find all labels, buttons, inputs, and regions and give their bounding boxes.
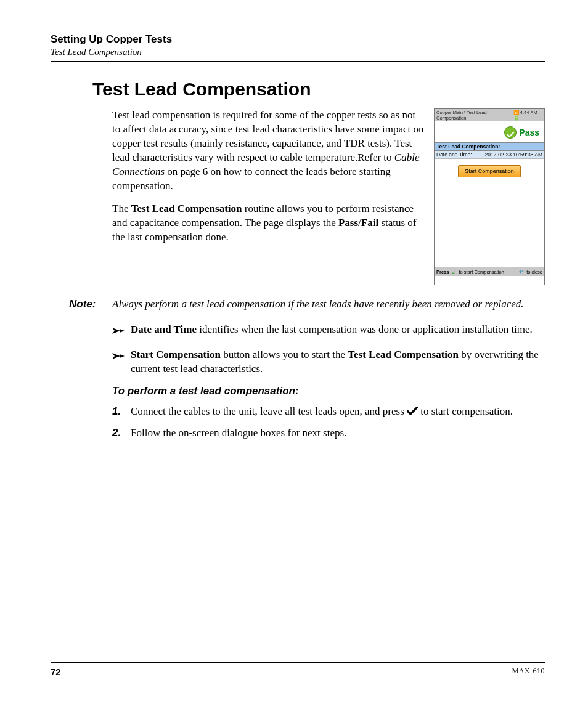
- intro-text: Test lead compensation is required for s…: [112, 108, 425, 253]
- note-text: Always perform a test lead compensation …: [112, 298, 545, 312]
- device-row-label: Date and Time:: [436, 152, 472, 158]
- svg-marker-3: [120, 354, 125, 358]
- bullet0-bold: Date and Time: [131, 323, 197, 335]
- bullet1-bold: Start Compensation: [131, 349, 221, 360]
- step-2: 2. Follow the on-screen dialogue boxes f…: [112, 426, 545, 440]
- device-footer-close: to close: [526, 269, 542, 275]
- device-breadcrumb: Copper Main \ Test Lead Compensation: [436, 110, 513, 121]
- device-row-value: 2012-02-23 10:59:38 AM: [484, 152, 542, 158]
- bullet-arrow-icon: [112, 323, 131, 339]
- step-2-num: 2.: [112, 426, 131, 440]
- back-icon: ↩: [519, 269, 524, 275]
- device-section-header: Test Lead Compensation:: [435, 142, 544, 151]
- checkmark-icon: [407, 405, 418, 417]
- start-compensation-button[interactable]: Start Compensation: [458, 165, 521, 177]
- check-icon: [451, 269, 456, 274]
- device-footer-start: to start Compensation: [459, 269, 504, 275]
- bullet-date-time: Date and Time identifies when the last c…: [112, 323, 545, 339]
- footer-rule: [51, 662, 545, 663]
- device-titlebar: Copper Main \ Test Lead Compensation 📶 4…: [435, 109, 544, 121]
- device-datetime-row: Date and Time: 2012-02-23 10:59:38 AM: [435, 151, 544, 159]
- chapter-title: Setting Up Copper Tests: [51, 33, 545, 46]
- svg-marker-0: [112, 328, 120, 334]
- pass-icon: [504, 126, 517, 139]
- device-body: Start Compensation: [435, 159, 544, 267]
- intro-p2-bold3: Fail: [361, 217, 378, 229]
- note-label: Note:: [69, 298, 112, 312]
- procedure-heading: To perform a test lead compensation:: [112, 385, 545, 397]
- intro-p2-bold2: Pass: [338, 217, 358, 229]
- step-1-num: 1.: [112, 405, 131, 419]
- svg-marker-2: [112, 353, 120, 359]
- step-1-b: to start compensation.: [418, 405, 513, 417]
- model-id: MAX-610: [512, 667, 545, 677]
- bullet1-mid: button allows you to start the: [221, 349, 348, 360]
- bullet-start-compensation: Start Compensation button allows you to …: [112, 348, 545, 376]
- step-1: 1. Connect the cables to the unit, leave…: [112, 405, 545, 419]
- page-number: 72: [51, 667, 61, 677]
- intro-p1-a: Test lead compensation is required for s…: [112, 109, 424, 163]
- step-1-a: Connect the cables to the unit, leave al…: [131, 405, 407, 417]
- svg-marker-1: [120, 329, 125, 333]
- device-screenshot: Copper Main \ Test Lead Compensation 📶 4…: [434, 108, 545, 285]
- intro-p2-bold1: Test Lead Compensation: [131, 203, 242, 214]
- page-heading: Test Lead Compensation: [92, 79, 545, 100]
- intro-p2-a: The: [112, 203, 131, 214]
- bullet0-rest: identifies when the last compensation wa…: [197, 323, 533, 335]
- section-subtitle: Test Lead Compensation: [51, 47, 545, 57]
- device-footer: Press to start Compensation ↩ to close: [435, 267, 544, 276]
- pass-label: Pass: [519, 128, 539, 137]
- step-2-a: Follow the on-screen dialogue boxes for …: [131, 427, 346, 439]
- header-rule: [51, 61, 545, 62]
- note: Note: Always perform a test lead compens…: [69, 298, 545, 312]
- device-footer-press: Press: [436, 269, 449, 275]
- device-clock: 📶 4:44 PM 🔋: [513, 110, 542, 121]
- bullet1-bold2: Test Lead Compensation: [348, 349, 459, 360]
- device-status-row: Pass: [435, 121, 544, 142]
- bullet-arrow-icon: [112, 348, 131, 376]
